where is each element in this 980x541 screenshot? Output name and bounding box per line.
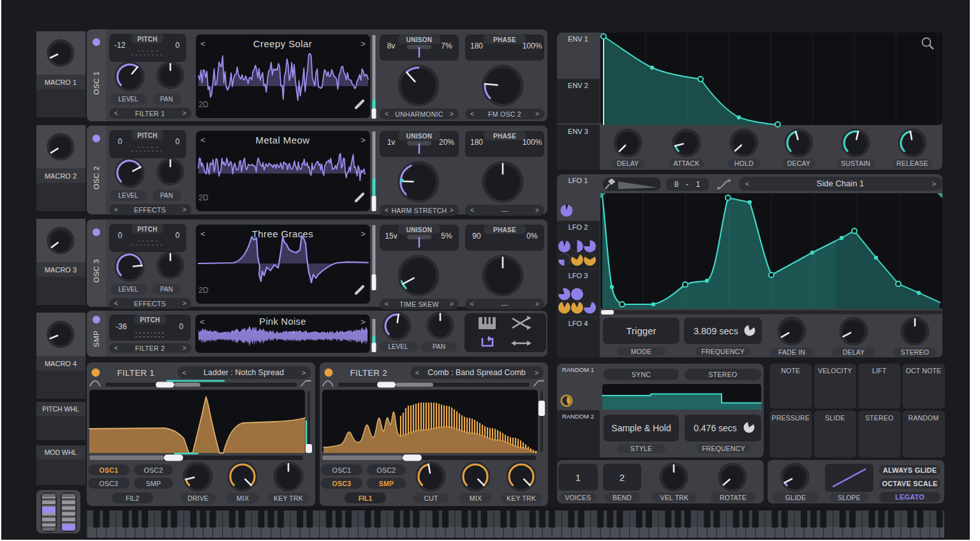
svg-text:<: < xyxy=(200,229,205,239)
svg-text:OCTAVE SCALE: OCTAVE SCALE xyxy=(882,480,938,487)
svg-text:15v: 15v xyxy=(385,232,397,241)
svg-text:FIL2: FIL2 xyxy=(126,494,139,502)
svg-text:OCT NOTE: OCT NOTE xyxy=(906,367,942,374)
svg-text:SMP: SMP xyxy=(93,330,100,347)
svg-text:-: - xyxy=(686,180,688,189)
svg-text:PHASE: PHASE xyxy=(493,226,516,233)
svg-text:ENV 3: ENV 3 xyxy=(568,128,588,135)
svg-text:<: < xyxy=(200,39,205,48)
svg-text:PITCH: PITCH xyxy=(140,316,160,323)
svg-text:8: 8 xyxy=(674,180,679,189)
svg-text:-12: -12 xyxy=(114,41,126,50)
svg-text:100%: 100% xyxy=(523,41,542,50)
svg-text:LEVEL: LEVEL xyxy=(118,286,138,293)
svg-text:8v: 8v xyxy=(387,41,396,50)
svg-text:---: --- xyxy=(501,300,509,308)
svg-text:Ladder : Notch Spread: Ladder : Notch Spread xyxy=(204,368,284,377)
svg-text:LEVEL: LEVEL xyxy=(118,192,138,199)
svg-text:FREQUENCY: FREQUENCY xyxy=(701,348,745,355)
svg-text:>: > xyxy=(450,207,454,214)
svg-text:PAN: PAN xyxy=(160,96,173,103)
svg-text:1v: 1v xyxy=(387,138,396,147)
svg-text:OSC1: OSC1 xyxy=(100,466,119,474)
svg-text:>: > xyxy=(302,369,306,376)
svg-text:-36: -36 xyxy=(115,322,127,331)
svg-text:GLIDE: GLIDE xyxy=(785,494,806,501)
svg-text:180: 180 xyxy=(470,138,483,147)
svg-text:MACRO 2: MACRO 2 xyxy=(45,172,77,180)
svg-text:MIX: MIX xyxy=(237,494,249,502)
svg-text:VOICES: VOICES xyxy=(565,494,591,501)
svg-text:<: < xyxy=(745,180,749,188)
svg-text:PITCH: PITCH xyxy=(137,132,158,139)
svg-text:STEREO: STEREO xyxy=(865,414,893,422)
svg-text:DRIVE: DRIVE xyxy=(188,494,209,502)
svg-text:>: > xyxy=(450,300,454,308)
svg-text:>: > xyxy=(535,300,539,308)
svg-text:180: 180 xyxy=(470,41,483,50)
svg-text:0: 0 xyxy=(118,137,122,146)
svg-text:DELAY: DELAY xyxy=(617,159,639,167)
svg-text:0: 0 xyxy=(175,231,180,240)
svg-text:UNISON: UNISON xyxy=(406,226,433,233)
svg-text:0: 0 xyxy=(175,41,180,50)
svg-text:FADE IN: FADE IN xyxy=(778,348,805,356)
svg-text:VELOCITY: VELOCITY xyxy=(818,367,852,374)
svg-text:HOLD: HOLD xyxy=(734,159,754,167)
svg-text:SMP: SMP xyxy=(146,480,161,487)
svg-text:5%: 5% xyxy=(441,232,452,241)
svg-text:90: 90 xyxy=(472,232,481,241)
svg-text:100%: 100% xyxy=(523,138,542,147)
svg-text:>: > xyxy=(535,110,539,117)
svg-text:0%: 0% xyxy=(526,232,538,241)
svg-text:LFO 3: LFO 3 xyxy=(568,272,588,279)
svg-text:MACRO 3: MACRO 3 xyxy=(45,266,77,274)
svg-text:FREQUENCY: FREQUENCY xyxy=(702,445,745,452)
svg-text:<: < xyxy=(470,207,474,214)
svg-text:STYLE: STYLE xyxy=(630,445,652,452)
svg-text:1: 1 xyxy=(696,180,701,189)
svg-text:KEY TRK: KEY TRK xyxy=(274,494,303,502)
svg-text:MACRO 1: MACRO 1 xyxy=(45,78,77,86)
svg-text:VEL TRK: VEL TRK xyxy=(660,494,689,501)
svg-text:DELAY: DELAY xyxy=(843,348,865,356)
svg-text:FILTER 1: FILTER 1 xyxy=(117,368,155,378)
svg-text:>: > xyxy=(182,110,186,117)
svg-text:LEVEL: LEVEL xyxy=(118,96,138,103)
svg-text:STEREO: STEREO xyxy=(901,348,929,356)
svg-text:PHASE: PHASE xyxy=(493,133,516,140)
svg-text:FILTER 1: FILTER 1 xyxy=(135,110,165,117)
svg-text:DECAY: DECAY xyxy=(787,159,810,167)
svg-text:CUT: CUT xyxy=(424,494,438,502)
svg-text:0: 0 xyxy=(179,322,184,331)
svg-text:<: < xyxy=(114,206,118,213)
svg-text:PITCH: PITCH xyxy=(137,36,158,43)
svg-text:STEREO: STEREO xyxy=(709,371,738,378)
svg-text:Metal Meow: Metal Meow xyxy=(256,135,310,145)
svg-text:PAN: PAN xyxy=(160,286,173,293)
svg-text:>: > xyxy=(182,300,186,307)
svg-text:HARM STRETCH: HARM STRETCH xyxy=(391,207,447,214)
svg-text:<: < xyxy=(200,135,205,145)
svg-text:UNISON: UNISON xyxy=(406,133,433,140)
svg-text:OSC 1: OSC 1 xyxy=(93,71,100,94)
svg-text:>: > xyxy=(360,39,366,48)
svg-text:PITCH WHL: PITCH WHL xyxy=(42,405,79,413)
svg-text:<: < xyxy=(415,369,419,376)
svg-text:SMP: SMP xyxy=(379,480,394,487)
svg-text:>: > xyxy=(535,207,539,214)
svg-text:LIFT: LIFT xyxy=(872,367,887,374)
svg-text:<: < xyxy=(200,317,205,327)
svg-text:0.476 secs: 0.476 secs xyxy=(694,423,737,433)
svg-text:MACRO 4: MACRO 4 xyxy=(45,360,77,367)
svg-text:Trigger: Trigger xyxy=(627,325,657,336)
svg-text:OSC3: OSC3 xyxy=(332,480,352,487)
svg-text:PITCH: PITCH xyxy=(137,226,158,233)
svg-text:>: > xyxy=(360,317,366,327)
svg-text:NOTE: NOTE xyxy=(781,367,800,374)
svg-text:SLIDE: SLIDE xyxy=(825,414,845,422)
svg-text:<: < xyxy=(182,369,186,376)
svg-text:<: < xyxy=(114,300,118,307)
svg-text:KEY TRK: KEY TRK xyxy=(507,494,536,502)
svg-text:0: 0 xyxy=(118,231,122,240)
